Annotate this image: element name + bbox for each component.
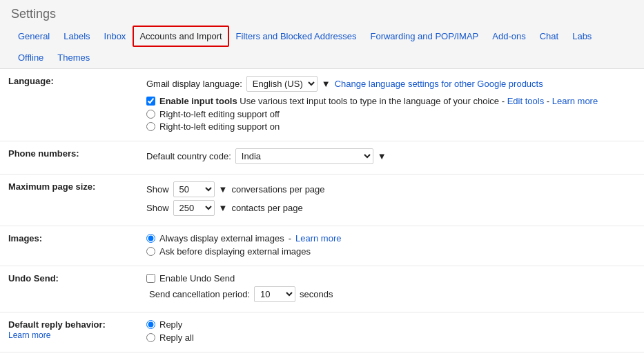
contacts-per-page-select[interactable]: 250 [173,200,215,216]
default-reply-value: Reply Reply all [138,312,644,352]
nav-filters[interactable]: Filters and Blocked Addresses [229,26,364,47]
enable-undo-send-label: Enable Undo Send [159,273,235,284]
nav-inbox[interactable]: Inbox [97,26,133,47]
default-text-style-row: Default text style: (Use the 'Remove For… [0,352,644,359]
reply-radio[interactable] [146,320,155,329]
default-text-style-label: Default text style: (Use the 'Remove For… [0,352,138,359]
images-label: Images: [0,226,138,266]
undo-send-value: Enable Undo Send Send cancellation perio… [138,266,644,312]
max-page-size-value: Show 50 ▼ conversations per page Show 25… [138,175,644,226]
rtl-on-label: Right-to-left editing support on [159,121,280,132]
language-value: Gmail display language: English (US) ▼ C… [138,69,644,141]
phone-numbers-row: Phone numbers: Default country code: Ind… [0,141,644,175]
language-select[interactable]: English (US) [246,76,318,92]
reply-all-radio[interactable] [146,333,155,342]
cancellation-period-select[interactable]: 10 [254,286,295,302]
enable-input-tools-checkbox[interactable] [146,97,155,106]
images-row: Images: Always display external images -… [0,226,644,266]
nav-general[interactable]: General [11,26,57,47]
images-learn-more-link[interactable]: Learn more [295,233,341,243]
gmail-display-language-label: Gmail display language: [146,79,242,89]
phone-numbers-label: Phone numbers: [0,141,138,175]
max-page-size-label: Maximum page size: [0,175,138,226]
default-reply-label: Default reply behavior: Learn more [0,312,138,352]
undo-send-label: Undo Send: [0,266,138,312]
nav-labs[interactable]: Labs [565,26,598,47]
show-conversations-label: Show [146,184,169,195]
seconds-label: seconds [300,289,333,299]
change-language-icon: ▼ [322,79,331,89]
settings-content: Language: Gmail display language: Englis… [0,69,644,358]
reply-label: Reply [159,319,182,330]
ask-before-radio[interactable] [146,247,155,256]
rtl-off-radio[interactable] [146,110,155,119]
undo-send-row: Undo Send: Enable Undo Send Send cancell… [0,266,644,312]
nav-forwarding[interactable]: Forwarding and POP/IMAP [363,26,485,47]
rtl-on-radio[interactable] [146,122,155,131]
edit-tools-link[interactable]: Edit tools [507,96,544,106]
always-display-label: Always display external images [159,233,284,243]
nav-accounts-import[interactable]: Accounts and Import [133,26,228,47]
default-country-code-label: Default country code: [146,151,231,161]
page-title: Settings [0,0,644,26]
default-reply-row: Default reply behavior: Learn more Reply… [0,312,644,352]
language-label: Language: [0,69,138,141]
nav-themes[interactable]: Themes [50,47,97,68]
cancellation-period-label: Send cancellation period: [149,289,250,299]
ask-before-label: Ask before displaying external images [159,246,311,257]
default-text-style-value: Sans Serif ▼ T↑ ▼ A ▼ I This is what you… [138,352,644,359]
nav-labels[interactable]: Labels [57,26,97,47]
language-row: Language: Gmail display language: Englis… [0,69,644,141]
nav-chat[interactable]: Chat [533,26,565,47]
change-language-link[interactable]: Change language settings for other Googl… [335,79,543,89]
conversations-per-page-text: conversations per page [231,184,324,195]
conversations-icon: ▼ [219,184,228,195]
images-value: Always display external images - Learn m… [138,226,644,266]
nav-offline[interactable]: Offline [11,47,50,68]
settings-table: Language: Gmail display language: Englis… [0,69,644,358]
rtl-off-label: Right-to-left editing support off [159,109,280,119]
enable-undo-send-checkbox[interactable] [146,274,155,283]
country-code-select[interactable]: India [235,148,373,164]
max-page-size-row: Maximum page size: Show 50 ▼ conversatio… [0,175,644,226]
default-reply-learn-more[interactable]: Learn more [8,330,50,340]
enable-input-tools-label: Enable input tools Use various text inpu… [159,96,598,106]
settings-nav: General Labels Inbox Accounts and Import… [0,26,644,69]
contacts-icon: ▼ [219,203,228,213]
learn-more-input-tools-link[interactable]: Learn more [552,96,598,106]
phone-numbers-value: Default country code: India ▼ [138,141,644,175]
always-display-radio[interactable] [146,234,155,243]
conversations-per-page-select[interactable]: 50 [173,181,215,197]
nav-addons[interactable]: Add-ons [485,26,532,47]
country-code-icon: ▼ [378,151,387,161]
contacts-per-page-text: contacts per page [231,203,302,213]
reply-all-label: Reply all [159,332,194,343]
show-contacts-label: Show [146,203,169,213]
